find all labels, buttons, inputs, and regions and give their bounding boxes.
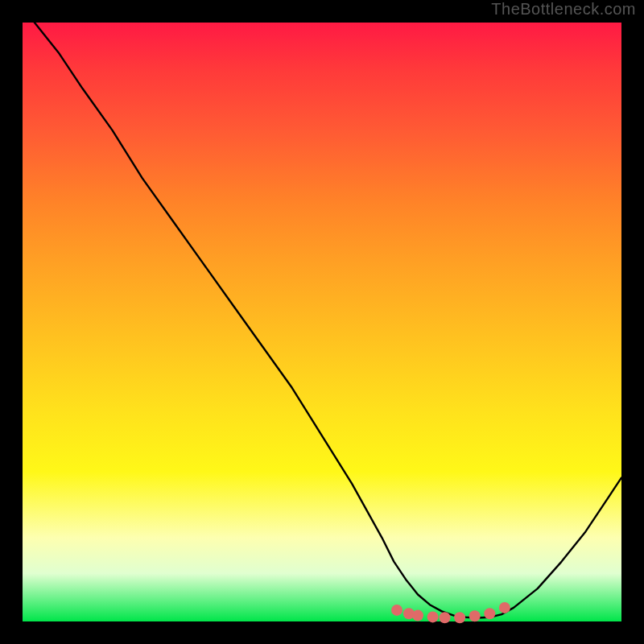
highlight-dots <box>391 602 510 623</box>
highlight-dot <box>499 602 510 613</box>
highlight-dot <box>391 605 402 616</box>
highlight-dot <box>427 611 439 622</box>
highlight-dot <box>469 610 481 621</box>
highlight-dot <box>440 612 451 623</box>
highlight-dot <box>454 612 465 623</box>
highlight-dot <box>412 610 423 621</box>
bottleneck-curve <box>35 23 621 618</box>
chart-stage: TheBottleneck.com <box>0 0 644 644</box>
highlight-dot <box>484 608 495 619</box>
bottleneck-plot <box>0 0 644 644</box>
